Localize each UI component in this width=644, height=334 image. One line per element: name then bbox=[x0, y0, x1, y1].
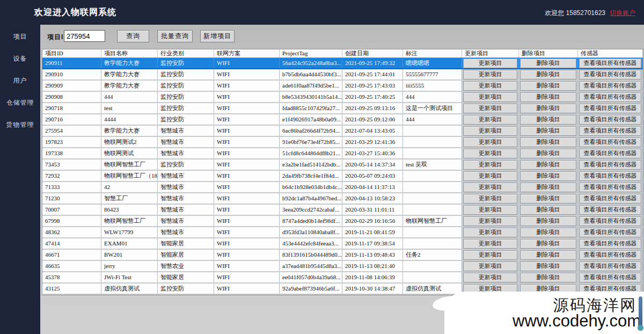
view-sensors-button[interactable]: 查看项目所有传感器 bbox=[579, 59, 641, 68]
table-row[interactable]: 7000786423智慧城市WIFI3eea209ccd2742cabaf...… bbox=[42, 205, 643, 216]
view-sensors-button[interactable]: 查看项目所有传感器 bbox=[579, 70, 641, 79]
table-row[interactable]: 47414EXAM01智能家居WIFI453e4442efc84feeaa3..… bbox=[42, 238, 643, 250]
view-sensors-button[interactable]: 查看项目所有传感器 bbox=[579, 273, 641, 282]
view-sensors-button[interactable]: 查看项目所有传感器 bbox=[579, 239, 641, 249]
delete-project-button[interactable]: 删除项目 bbox=[520, 194, 576, 204]
table-row[interactable]: 2907164444监控安防WIFIe1f49026917a48b0a09...… bbox=[42, 114, 643, 126]
scrollbar-handle-ball[interactable] bbox=[638, 325, 643, 331]
cell-project-name: 444 bbox=[101, 92, 158, 102]
view-sensors-button[interactable]: 查看项目所有传感器 bbox=[579, 216, 641, 226]
button-cell: 删除项目 bbox=[519, 272, 578, 282]
cell-network: WIFI bbox=[214, 58, 280, 68]
table-row[interactable]: 275954教学能力大赛智慧城市WIFI6ac86baf266d4f72b94.… bbox=[42, 126, 643, 137]
update-project-button[interactable]: 更新项目 bbox=[463, 59, 517, 68]
table-row[interactable]: 48362WLW17799智慧城市WIFId953fd3a110840aba8f… bbox=[42, 227, 643, 238]
view-sensors-button[interactable]: 查看项目所有传感器 bbox=[579, 92, 641, 102]
batch-query-button[interactable]: 批量查询 bbox=[157, 30, 193, 42]
view-sensors-button[interactable]: 查看项目所有传感器 bbox=[579, 81, 641, 91]
update-project-button[interactable]: 更新项目 bbox=[463, 149, 517, 158]
view-sensors-button[interactable]: 查看项目所有传感器 bbox=[579, 137, 641, 147]
table-row[interactable]: 45378JWi-Fi Test智能家居WIFIee041f057d0b4a39… bbox=[42, 272, 643, 284]
switch-account-link[interactable]: 切换账户 bbox=[610, 9, 635, 17]
update-project-button[interactable]: 更新项目 bbox=[463, 273, 517, 282]
project-id-input[interactable] bbox=[64, 30, 105, 42]
update-project-button[interactable]: 更新项目 bbox=[463, 194, 517, 204]
update-project-button[interactable]: 更新项目 bbox=[463, 239, 517, 249]
sidebar-item-warehouse[interactable]: 仓储管理 bbox=[0, 92, 40, 114]
cell-note: test 吴双 bbox=[403, 159, 462, 170]
update-project-button[interactable]: 更新项目 bbox=[463, 250, 517, 260]
table-row[interactable]: 72932物联网智慧工厂（1810...智慧城市WIFI2da49fb738cf… bbox=[42, 171, 643, 182]
view-sensors-button[interactable]: 查看项目所有传感器 bbox=[579, 126, 641, 136]
view-sensors-button[interactable]: 查看项目所有传感器 bbox=[579, 149, 641, 158]
update-project-button[interactable]: 更新项目 bbox=[463, 137, 517, 147]
delete-project-button[interactable]: 删除项目 bbox=[520, 104, 576, 113]
sidebar-item-users[interactable]: 用户 bbox=[0, 70, 40, 92]
update-project-button[interactable]: 更新项目 bbox=[463, 126, 517, 136]
delete-project-button[interactable]: 删除项目 bbox=[520, 137, 576, 147]
add-project-button[interactable]: 新增项目 bbox=[200, 30, 235, 42]
view-sensors-button[interactable]: 查看项目所有传感器 bbox=[579, 171, 641, 181]
update-project-button[interactable]: 更新项目 bbox=[463, 171, 517, 181]
table-row[interactable]: 73453物联网智慧工厂监控安防WIFIe3a2be1fad514142bdb.… bbox=[42, 159, 643, 171]
update-project-button[interactable]: 更新项目 bbox=[463, 81, 517, 91]
table-row[interactable]: 290909教学能力大赛监控安防WIFIade61f0aa87f49d5be1.… bbox=[42, 81, 643, 92]
view-sensors-button[interactable]: 查看项目所有传感器 bbox=[579, 228, 641, 237]
table-row[interactable]: 7133342智慧城市WIFIb64c1b928e034b1db4c...202… bbox=[42, 182, 643, 193]
delete-project-button[interactable]: 删除项目 bbox=[520, 250, 576, 260]
sidebar-item-cargo[interactable]: 货物管理 bbox=[0, 114, 40, 136]
delete-project-button[interactable]: 删除项目 bbox=[520, 160, 576, 170]
delete-project-button[interactable]: 删除项目 bbox=[520, 273, 576, 282]
view-sensors-button[interactable]: 查看项目所有传感器 bbox=[579, 250, 641, 260]
table-row[interactable]: 46671BW201智能家居WIFI83f1391615b044489d0...… bbox=[42, 250, 643, 261]
table-row[interactable]: 71230智慧工厂智慧城市WIFIb92dc1a87b4a4967bed...2… bbox=[42, 193, 643, 205]
table-row[interactable]: 197338物联网测试智慧城市WIFI51cfd8c644864df8b21..… bbox=[42, 148, 643, 159]
vertical-scrollbar-thumb[interactable] bbox=[639, 296, 642, 328]
update-project-button[interactable]: 更新项目 bbox=[463, 228, 517, 237]
query-button[interactable]: 查询 bbox=[117, 30, 149, 42]
table-row[interactable]: 290910教学能力大赛监控安防WIFIb7b5db6aa4d44530bf3.… bbox=[42, 69, 643, 81]
update-project-button[interactable]: 更新项目 bbox=[463, 160, 517, 170]
delete-project-button[interactable]: 删除项目 bbox=[520, 115, 576, 125]
view-sensors-button[interactable]: 查看项目所有传感器 bbox=[579, 104, 641, 113]
table-row[interactable]: 197823物联网测试2智慧城市WIFI91e0bf76e73e4f72b85.… bbox=[42, 137, 643, 148]
delete-project-button[interactable]: 删除项目 bbox=[520, 262, 576, 271]
table-row[interactable]: 46635jerry智慧农业WIFIa37ead481b95445d8a3...… bbox=[42, 261, 643, 272]
delete-project-button[interactable]: 删除项目 bbox=[520, 171, 576, 181]
update-project-button[interactable]: 更新项目 bbox=[463, 70, 517, 79]
delete-project-button[interactable]: 删除项目 bbox=[520, 81, 576, 91]
update-project-button[interactable]: 更新项目 bbox=[463, 104, 517, 113]
view-sensors-button[interactable]: 查看项目所有传感器 bbox=[579, 160, 641, 170]
table-row[interactable]: 290718test监控安防WIFIfdad8855c107429fa27...… bbox=[42, 103, 643, 114]
view-sensors-button[interactable]: 查看项目所有传感器 bbox=[579, 262, 641, 271]
update-project-button[interactable]: 更新项目 bbox=[463, 92, 517, 102]
delete-project-button[interactable]: 删除项目 bbox=[520, 70, 576, 79]
view-sensors-button[interactable]: 查看项目所有传感器 bbox=[579, 205, 641, 215]
delete-project-button[interactable]: 删除项目 bbox=[520, 239, 576, 249]
delete-project-button[interactable]: 删除项目 bbox=[520, 126, 576, 136]
table-row[interactable]: 290911教学能力大赛监控安防WIFI56a424c952a248a8ba3.… bbox=[42, 58, 643, 69]
delete-project-button[interactable]: 删除项目 bbox=[520, 205, 576, 215]
view-sensors-button[interactable]: 查看项目所有传感器 bbox=[579, 194, 641, 204]
view-sensors-button[interactable]: 查看项目所有传感器 bbox=[579, 183, 641, 192]
delete-project-button[interactable]: 删除项目 bbox=[520, 183, 576, 192]
delete-project-button[interactable]: 删除项目 bbox=[520, 59, 576, 68]
sidebar-item-devices[interactable]: 设备 bbox=[0, 48, 40, 70]
cell-project-tag: 51cfd8c644864df8b21... bbox=[280, 148, 342, 158]
cell-created-date: 2019-11-13 09:48:43 bbox=[342, 250, 403, 260]
delete-project-button[interactable]: 删除项目 bbox=[520, 92, 576, 102]
cell-industry: 监控安防 bbox=[158, 58, 214, 68]
update-project-button[interactable]: 更新项目 bbox=[463, 205, 517, 215]
delete-project-button[interactable]: 删除项目 bbox=[520, 216, 576, 226]
delete-project-button[interactable]: 删除项目 bbox=[520, 149, 576, 158]
update-project-button[interactable]: 更新项目 bbox=[463, 183, 517, 192]
delete-project-button[interactable]: 删除项目 bbox=[520, 228, 576, 237]
view-sensors-button[interactable]: 查看项目所有传感器 bbox=[579, 115, 641, 125]
sidebar-item-projects[interactable]: 项目 bbox=[0, 26, 40, 48]
table-row[interactable]: 67998物联网智慧工厂智慧城市WIFI8747a4ded0b14ef98df.… bbox=[42, 216, 643, 227]
table-row[interactable]: 290908444监控安防WIFIb8e53439430141b5a14...2… bbox=[42, 92, 643, 103]
update-project-button[interactable]: 更新项目 bbox=[463, 216, 517, 226]
update-project-button[interactable]: 更新项目 bbox=[463, 115, 517, 125]
button-cell: 更新项目 bbox=[462, 261, 519, 271]
update-project-button[interactable]: 更新项目 bbox=[463, 262, 517, 271]
